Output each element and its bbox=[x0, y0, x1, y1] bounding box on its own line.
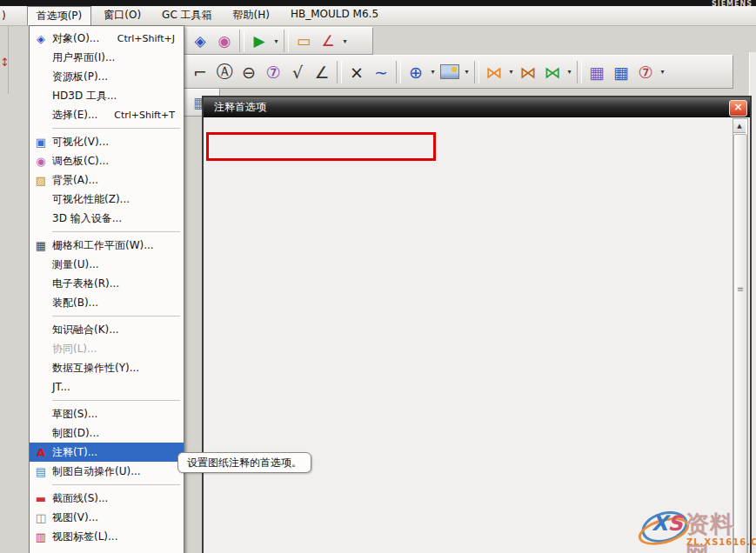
menu-item-label: 选择(E)... bbox=[52, 108, 103, 123]
menu-item[interactable]: 测量(U)... bbox=[30, 255, 184, 274]
object-display-icon: ◈ bbox=[30, 32, 52, 45]
menu-item[interactable]: 可视化性能(Z)... bbox=[30, 190, 184, 209]
menu-item-label: JT... bbox=[52, 381, 76, 393]
check-mark-icon[interactable]: √ bbox=[285, 59, 310, 85]
toolbar-row2: ⌐Ⓐ⊖⑦√∠×∼⊕▾▾⋈▾⋈⋈▾▦▦⑦▾ bbox=[184, 55, 733, 89]
watermark-logo: XS bbox=[652, 511, 683, 536]
point-constructor-icon[interactable]: ⊕ bbox=[404, 59, 428, 85]
menu-item[interactable]: 电子表格(R)... bbox=[30, 274, 184, 293]
menubar-item[interactable]: GC 工具箱 bbox=[153, 6, 221, 26]
parts-list-icon[interactable]: ▦ bbox=[585, 59, 609, 85]
menu-separator bbox=[52, 231, 180, 232]
menu-item[interactable]: 制图(D)... bbox=[30, 423, 184, 443]
menu-item-label: 视图(V)... bbox=[52, 510, 104, 525]
menu-item[interactable]: ▨背景(A)... bbox=[30, 170, 184, 190]
fillet-curve-icon[interactable]: ∼ bbox=[369, 59, 393, 85]
menu-item[interactable]: 数据互操作性(Y)... bbox=[30, 358, 184, 377]
ruler-icon[interactable]: ▭ bbox=[291, 30, 316, 52]
menu-separator bbox=[52, 128, 180, 129]
chevron-down-icon[interactable]: ▾ bbox=[506, 61, 516, 83]
toolbar-separator bbox=[337, 61, 342, 83]
menu-item-label: 注释(T)... bbox=[52, 445, 103, 460]
menu-item-shortcut: Ctrl+Shift+T bbox=[114, 110, 184, 121]
edit-object-display-icon[interactable]: ◈ bbox=[188, 30, 212, 52]
annotation-icon: A bbox=[30, 446, 52, 459]
dimension-icon: ↕ bbox=[0, 56, 10, 69]
background-icon: ▨ bbox=[30, 174, 52, 187]
dialog-titlebar[interactable]: 注释首选项 bbox=[204, 97, 750, 117]
menubar-item[interactable]: 首选项(P) bbox=[27, 6, 92, 26]
menu-item[interactable]: ▬截面线(S)... bbox=[30, 489, 184, 508]
menu-item-label: HD3D 工具... bbox=[52, 89, 122, 103]
menu-item[interactable]: ▣可视化(V)... bbox=[30, 132, 184, 151]
menu-item[interactable]: ▥视图标签(L)... bbox=[30, 527, 184, 546]
close-icon[interactable]: × bbox=[729, 100, 747, 117]
delete-x-icon[interactable]: × bbox=[345, 59, 369, 85]
menubar-item[interactable]: 帮助(H) bbox=[224, 6, 278, 26]
zoom-out-icon[interactable]: ⊖ bbox=[237, 59, 261, 85]
menu-item[interactable]: 知识融合(K)... bbox=[30, 320, 184, 339]
menu-item[interactable]: A注释(T)... bbox=[30, 443, 184, 462]
watermark: XS 资料网 ZL.XS1616.COM bbox=[613, 507, 756, 553]
tabular-note-icon[interactable]: ▦ bbox=[609, 59, 633, 85]
draft-angle-icon[interactable]: ∠ bbox=[310, 59, 334, 85]
chevron-down-icon[interactable]: ▾ bbox=[340, 30, 350, 52]
wave-editor-icon[interactable]: ⋈ bbox=[516, 59, 540, 85]
menu-separator bbox=[52, 484, 180, 485]
leader-dimension-icon[interactable]: ⌐ bbox=[188, 59, 212, 85]
menu-item-label: 制图自动操作(U)... bbox=[52, 464, 146, 479]
text-annotation-icon[interactable]: Ⓐ bbox=[212, 59, 237, 85]
section-line-icon: ▬ bbox=[30, 492, 52, 505]
scroll-up-icon[interactable]: ▲ bbox=[733, 119, 746, 133]
chevron-down-icon[interactable]: ▾ bbox=[462, 61, 472, 83]
dialog-title: 注释首选项 bbox=[214, 100, 266, 115]
image-icon[interactable] bbox=[438, 59, 462, 85]
menu-item-label: 协同(L)... bbox=[52, 342, 103, 356]
menubar-item[interactable]: HB_MOULD M6.5 bbox=[282, 6, 387, 26]
menu-item-label: 知识融合(K)... bbox=[52, 323, 124, 337]
scrollbar-thumb[interactable]: ≡ bbox=[733, 134, 747, 553]
chevron-down-icon[interactable]: ▾ bbox=[565, 61, 574, 83]
menu-item[interactable]: ▦栅格和工作平面(W)... bbox=[30, 236, 184, 255]
menu-item-label: 对象(O)... bbox=[52, 31, 104, 46]
menu-item[interactable]: 资源板(P)... bbox=[30, 67, 184, 86]
show-and-hide-icon[interactable]: ▶ bbox=[247, 30, 271, 52]
chevron-down-icon[interactable]: ▾ bbox=[428, 61, 438, 83]
tooltip: 设置图纸注释的首选项。 bbox=[177, 452, 311, 473]
toolbar-separator bbox=[577, 61, 582, 83]
menu-item[interactable]: ◉调色板(C)... bbox=[30, 151, 184, 170]
menu-item[interactable]: 协同(L)... bbox=[30, 339, 184, 358]
menubar: ) 首选项(P)窗口(O)GC 工具箱帮助(H)HB_MOULD M6.5 bbox=[0, 6, 756, 26]
menu-item[interactable]: ◫视图(V)... bbox=[30, 508, 184, 527]
menu-item[interactable]: 草图(S)... bbox=[30, 404, 184, 423]
menu-item-label: 调色板(C)... bbox=[52, 154, 114, 169]
wave-linker-icon[interactable]: ⋈ bbox=[482, 59, 506, 85]
palette-icon: ◉ bbox=[30, 155, 52, 168]
wave-update-icon[interactable]: ⋈ bbox=[540, 59, 565, 85]
menu-item[interactable]: 3D 输入设备... bbox=[30, 209, 184, 228]
protractor-icon[interactable]: ∠ bbox=[316, 30, 340, 52]
menu-item-label: 制图(D)... bbox=[52, 426, 104, 441]
menu-item[interactable]: 用户界面(I)... bbox=[30, 48, 184, 67]
chevron-down-icon[interactable]: ▾ bbox=[271, 30, 281, 52]
menu-item-label: 数据互操作性(Y)... bbox=[52, 361, 144, 376]
menu-item-label: 可视化(V)... bbox=[52, 135, 114, 150]
menu-item[interactable]: 装配(B)... bbox=[30, 293, 184, 312]
object-palette-icon[interactable]: ◉ bbox=[212, 30, 237, 52]
menu-item[interactable]: 选择(E)...Ctrl+Shift+T bbox=[30, 105, 184, 124]
toolbar-separator bbox=[396, 61, 401, 83]
view-icon: ◫ bbox=[30, 511, 52, 524]
toolbar-row1: ◈◉▶▾▭∠▾ bbox=[184, 27, 373, 55]
menu-item-label: 电子表格(R)... bbox=[52, 276, 124, 291]
chevron-down-icon[interactable]: ▾ bbox=[658, 61, 667, 83]
menu-item[interactable]: ▤制图自动操作(U)... bbox=[30, 462, 184, 481]
help-on-context-icon[interactable]: ⑦ bbox=[633, 59, 658, 85]
dialog-scrollbar[interactable]: ▲ ≡ bbox=[733, 118, 748, 553]
find-item-icon[interactable]: ⑦ bbox=[261, 59, 285, 85]
menubar-item[interactable]: 窗口(O) bbox=[95, 6, 150, 26]
menu-item[interactable]: HD3D 工具... bbox=[30, 86, 184, 105]
menu-item[interactable]: JT... bbox=[30, 377, 184, 396]
view-label-icon: ▥ bbox=[30, 530, 52, 543]
menu-item[interactable]: ◈对象(O)...Ctrl+Shift+J bbox=[30, 29, 184, 48]
menu-item-label: 截面线(S)... bbox=[52, 491, 113, 506]
